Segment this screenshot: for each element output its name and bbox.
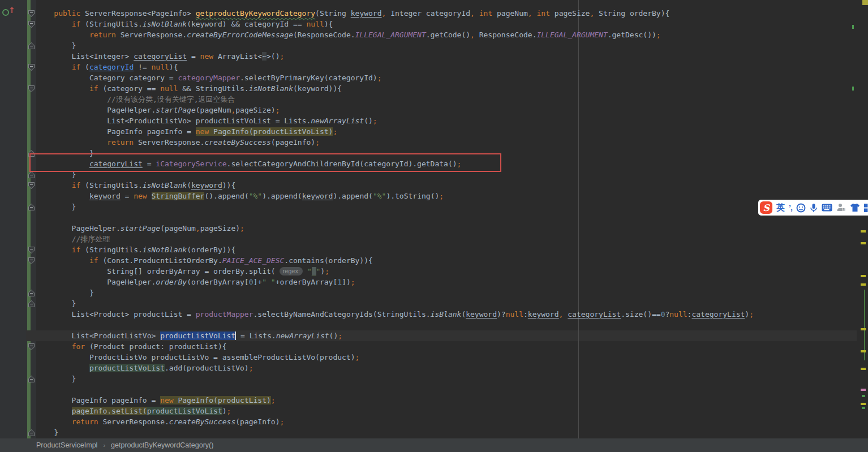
code-line[interactable]: pageInfo.setList(productListVoList); [26,406,860,416]
code-line[interactable]: if (StringUtils.isNotBlank(keyword) && c… [26,19,860,29]
fold-collapse-icon[interactable] [28,64,35,71]
fold-collapse-icon[interactable] [28,257,35,264]
grid-icon[interactable] [864,204,868,212]
stripe-mark[interactable] [852,87,854,91]
code-line[interactable]: } [26,427,860,438]
fold-end-icon[interactable] [28,204,35,210]
fold-collapse-icon[interactable] [28,21,35,28]
code-line[interactable]: for (Product product: productList){ [26,341,860,352]
code-line[interactable]: if (StringUtils.isNotBlank(orderBy)){ [26,244,860,255]
fold-end-icon[interactable] [28,42,35,49]
code-line[interactable]: PageInfo pageInfo = new PageInfo(product… [26,126,860,137]
stripe-mark[interactable] [861,350,866,352]
stripe-mark[interactable] [861,389,866,391]
stripe-mark[interactable] [861,230,866,233]
code-line[interactable]: productListVoList.add(productListVo); [26,363,860,373]
code-line[interactable] [26,384,860,395]
fold-end-icon[interactable] [28,290,35,296]
fold-collapse-icon[interactable] [28,85,35,92]
fold-end-icon[interactable] [28,376,35,382]
ide-window: ↑ public ServerResponse<PageInfo> getpro… [0,0,868,452]
left-panel-strip [0,0,26,438]
code-line[interactable]: ProductListVo productListVo = assemblePr… [26,352,860,363]
language-toggle[interactable]: 英 [776,203,785,213]
code-line[interactable]: PageHelper.startPage(pageNum,pageSize); [26,223,860,234]
ime-toolbar[interactable]: S 英 ’, 9 [758,200,868,216]
code-line[interactable]: if (Const.ProducntListOrderBy.PAICE_ACE_… [26,255,860,266]
scrollbar-error-stripe[interactable] [857,0,868,438]
code-line[interactable]: Category category = categoryMapper.selec… [26,72,860,83]
fold-collapse-icon[interactable] [28,247,35,253]
smiley-icon[interactable] [796,203,806,213]
fold-collapse-icon[interactable] [28,343,35,350]
stripe-mark[interactable] [861,328,866,330]
code-line[interactable]: } [26,40,860,51]
code-line[interactable]: } [26,373,860,384]
breadcrumb-bar: ProductServiceImpl › getproductByKeyword… [0,438,868,452]
code-area[interactable]: public ServerResponse<PageInfo> getprodu… [26,8,860,438]
code-line[interactable]: //排序处理 [26,234,860,244]
annotation-red-box [29,153,501,172]
code-line[interactable]: } [26,298,860,309]
code-line[interactable]: List<Integer> categoryList = new ArrayLi… [26,51,860,62]
code-line[interactable] [26,212,860,223]
stripe-mark[interactable] [861,242,866,244]
code-line[interactable]: if (categoryId != null){ [26,62,860,72]
stripe-mark[interactable] [861,368,866,370]
code-line[interactable]: List<ProductListVo> productListVoList = … [26,330,860,341]
fold-end-icon[interactable] [28,171,35,178]
override-gutter-icon[interactable]: ↑ [2,7,14,18]
stripe-mark[interactable] [852,25,854,29]
code-line[interactable]: PageHelper.orderBy(orderByArray[0]+" "+o… [26,277,860,287]
mic-icon[interactable] [810,203,818,213]
keyboard-icon[interactable] [822,204,832,212]
stripe-mark[interactable] [861,275,866,277]
stripe-mark[interactable] [861,403,866,405]
up-arrow-icon: ↑ [8,6,15,15]
tshirt-icon[interactable] [850,203,860,212]
fold-collapse-icon[interactable] [28,182,35,189]
code-line[interactable]: return ServerResponse.createBySuccess(pa… [26,137,860,148]
code-line[interactable]: String[] orderByArray = orderBy.split( r… [26,266,860,277]
code-line[interactable] [26,320,860,330]
chevron-right-icon: › [103,442,105,449]
stripe-mark[interactable] [862,407,865,409]
punctuation-toggle[interactable]: ’, [789,203,792,212]
stripe-mark[interactable] [861,283,866,286]
person-icon[interactable]: 9 [836,203,846,212]
sogou-logo-icon[interactable]: S [760,201,772,214]
code-line[interactable]: PageInfo pageInfo = new PageInfo(product… [26,395,860,406]
breadcrumb-method[interactable]: getproductByKeywordCategory() [111,441,213,449]
breadcrumb-class[interactable]: ProductServiceImpl [36,441,97,449]
code-line[interactable]: List<Product> productList = productMappe… [26,309,860,320]
code-line[interactable]: List<ProductListVo> productListVoList = … [26,115,860,126]
code-line[interactable]: public ServerResponse<PageInfo> getprodu… [26,8,860,19]
code-line[interactable]: PageHelper.startPage(pageNum,pageSize); [26,105,860,115]
fold-end-icon[interactable] [28,300,35,307]
code-line[interactable]: keyword = new StringBuffer().append("%")… [26,191,860,201]
code-line[interactable]: //没有该分类,没有关键字,返回空集合 [26,94,860,105]
fold-collapse-icon[interactable] [28,10,35,17]
stripe-mark[interactable] [862,395,865,397]
code-line[interactable]: return ServerResponse.createByErrorCodeM… [26,29,860,40]
code-line[interactable]: if (category == null && StringUtils.isNo… [26,83,860,94]
code-line[interactable]: return ServerResponse.createBySuccess(pa… [26,416,860,427]
code-line[interactable]: } [26,201,860,212]
analysis-status-square[interactable] [862,0,868,5]
fold-end-icon[interactable] [28,429,35,436]
code-line[interactable]: if (StringUtils.isNotBlank(keyword)){ [26,180,860,191]
code-line[interactable]: } [26,287,860,298]
